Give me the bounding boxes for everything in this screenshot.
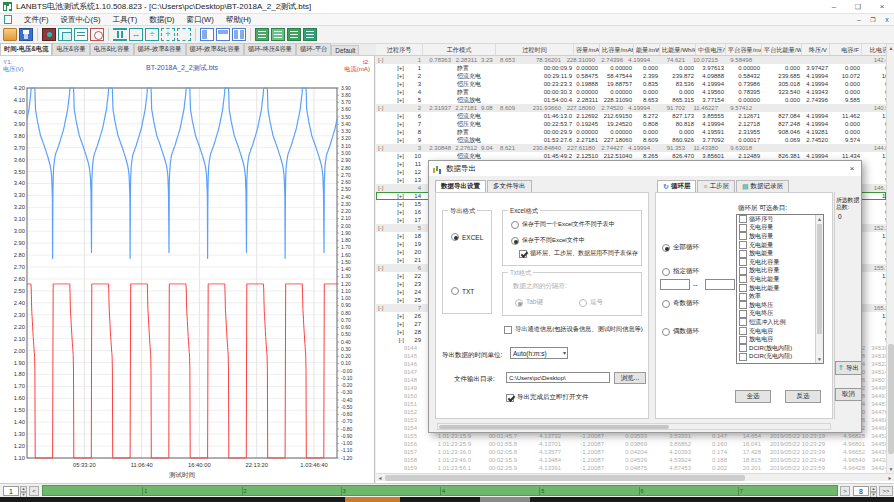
expand-toggle[interactable]: [+] <box>376 160 406 168</box>
column-header[interactable]: 电容/F <box>830 44 862 55</box>
expand-toggle[interactable]: [+] <box>376 80 406 88</box>
expand-toggle[interactable]: [+] <box>376 296 406 304</box>
tab-step-layer[interactable]: ≡工步层 <box>697 180 735 192</box>
expand-toggle[interactable]: [+] <box>376 280 406 288</box>
tab-cycle-layer[interactable]: ↻循环层 <box>657 180 696 192</box>
item-checkbox[interactable] <box>739 215 747 223</box>
left-page-spinner[interactable]: ▲▼ <box>20 486 27 496</box>
list-scrollbar[interactable]: ▲ ▼ <box>815 215 823 363</box>
chart-tab-2[interactable]: 电压&比容量 <box>90 43 134 55</box>
item-checkbox[interactable] <box>739 232 747 240</box>
list-2-icon[interactable] <box>271 28 285 41</box>
expand-toggle[interactable]: [+] <box>376 320 406 328</box>
copy-icon[interactable] <box>58 28 72 41</box>
expand-toggle[interactable]: [+] <box>376 312 406 320</box>
page-last-button[interactable]: >> <box>879 486 893 496</box>
minimize-button[interactable] <box>822 0 846 13</box>
list-scroll-thumb[interactable] <box>817 224 822 334</box>
expand-toggle[interactable]: [+] <box>376 272 406 280</box>
expand-toggle[interactable]: [-] <box>376 184 406 192</box>
expand-toggle[interactable]: [+] <box>376 208 406 216</box>
menu-settings-center[interactable]: 设置中心(S) <box>55 15 107 25</box>
expand-toggle[interactable]: [+] <box>376 64 406 72</box>
tab-multi-file-export[interactable]: 多文件导出 <box>487 180 532 192</box>
column-header[interactable]: 比能量/Wh/kg <box>660 44 696 55</box>
tab-record-layer[interactable]: ▤数据记录层 <box>736 180 789 192</box>
checkbox-open-after[interactable]: 导出完成后立即打开文件 <box>506 393 589 402</box>
radio-txt[interactable]: TXT <box>451 287 474 295</box>
menu-help[interactable]: 帮助(H) <box>220 15 257 25</box>
item-checkbox[interactable] <box>739 310 747 318</box>
item-checkbox[interactable] <box>739 224 747 232</box>
item-checkbox[interactable] <box>739 336 747 344</box>
item-checkbox[interactable] <box>739 327 747 335</box>
item-checkbox[interactable] <box>739 275 747 283</box>
list-item[interactable]: 充电比容量 <box>737 258 815 267</box>
select-region-icon[interactable] <box>177 28 191 41</box>
column-header[interactable]: 比容量/mAh/g <box>600 44 634 55</box>
item-checkbox[interactable] <box>739 284 747 292</box>
item-checkbox[interactable] <box>739 293 747 301</box>
window-cascade-icon[interactable] <box>216 28 230 41</box>
chart-tab-7[interactable]: Default <box>331 45 359 55</box>
table-row[interactable]: [+]8静置00:00:29.90.000000.000000.0000.000… <box>376 128 886 136</box>
column-header[interactable]: 中值电压/V <box>696 44 726 55</box>
zoom-h-icon[interactable]: ↔ <box>129 28 143 41</box>
list-item[interactable]: 放电能量 <box>737 249 815 258</box>
expand-toggle[interactable]: [+] <box>376 200 406 208</box>
chart-tab-5[interactable]: 循环-终压&容量 <box>244 43 296 55</box>
expand-toggle[interactable]: [+] <box>376 112 406 120</box>
item-checkbox[interactable] <box>739 353 747 361</box>
expand-toggle[interactable]: [+] <box>376 240 406 248</box>
save-icon[interactable] <box>19 28 33 41</box>
radio-diff-file[interactable]: 保存于不同Excel文件中 <box>511 236 585 245</box>
item-checkbox[interactable] <box>739 318 747 326</box>
list-item[interactable]: 充电终压 <box>737 310 815 319</box>
menu-tools[interactable]: 工具(T) <box>107 15 144 25</box>
list-item[interactable]: DCIR(充电内阻) <box>737 353 815 362</box>
checkbox-separate-sheets[interactable]: 循环层、工步层、数据层用不同子表保存 <box>519 249 638 258</box>
table-row[interactable]: [+]6恒流充电01:46:13.02.12692212.691508.2728… <box>376 112 886 120</box>
expand-toggle[interactable]: [+] <box>376 120 406 128</box>
axis-icon[interactable] <box>113 28 127 41</box>
column-header[interactable]: 平台比能量/W <box>762 44 802 55</box>
list-item[interactable]: 充电容量 <box>737 224 815 233</box>
list-item[interactable]: 放电比容量 <box>737 267 815 276</box>
list-item[interactable]: 充电比能量 <box>737 275 815 284</box>
invert-selection-button[interactable]: 反选 <box>785 390 821 403</box>
maximize-button[interactable] <box>846 0 870 13</box>
expand-toggle[interactable]: [+] <box>376 328 406 336</box>
chart-tab-0[interactable]: 时间-电压&电流 <box>0 43 52 55</box>
radio-all-cycles[interactable]: 全部循环 <box>662 243 699 252</box>
time-unit-select[interactable]: Auto(h:m:s) <box>510 347 568 359</box>
close-button[interactable] <box>870 0 894 13</box>
list-item[interactable]: 充电能量 <box>737 241 815 250</box>
table-row[interactable]: [+]4静置00:00:30.30.000000.000000.0000.000… <box>376 88 886 96</box>
chart-tab-4[interactable]: 循环-效率&比容量 <box>186 43 244 55</box>
expand-toggle[interactable]: [+] <box>376 168 406 176</box>
radio-specified-cycles[interactable]: 指定循环 <box>662 267 699 276</box>
item-checkbox[interactable] <box>739 301 747 309</box>
select-all-button[interactable]: 全选 <box>735 390 771 403</box>
list-scroll-down-icon[interactable]: ▼ <box>816 355 823 363</box>
expand-toggle[interactable]: [+] <box>376 232 406 240</box>
list-item[interactable]: 充电电容 <box>737 327 815 336</box>
list-item[interactable]: 放电比能量 <box>737 284 815 293</box>
expand-toggle[interactable]: [+] <box>376 72 406 80</box>
list-item[interactable]: 恒流冲入比例 <box>737 318 815 327</box>
radio-same-file[interactable]: 保存于同一个Excel文件不同子表中 <box>511 220 615 229</box>
export-button[interactable]: ⇑导出 <box>835 361 862 375</box>
dialog-close-icon[interactable]: × <box>843 164 861 173</box>
cycle-from-input[interactable] <box>660 279 690 290</box>
record-row[interactable]: 91551.01:23:15.900:01:45.74.13732-1.2008… <box>376 432 886 440</box>
horizontal-scrollbar[interactable]: ◄ ► <box>376 473 894 481</box>
table-row[interactable]: [+]7恒压充电00:22:53.70.1924519.245200.80880… <box>376 120 886 128</box>
window-split-icon[interactable] <box>200 28 214 41</box>
expand-toggle[interactable]: [-] <box>376 336 406 344</box>
child-close-button[interactable] <box>880 16 894 23</box>
expand-toggle[interactable]: [-] <box>376 144 406 152</box>
radio-comma[interactable]: 逗号 <box>579 298 603 307</box>
menu-file[interactable]: 文件(F) <box>18 15 55 25</box>
item-checkbox[interactable] <box>739 250 747 258</box>
group-row[interactable]: [-]10.783632.283113.2348.65378.36201228.… <box>376 56 886 64</box>
